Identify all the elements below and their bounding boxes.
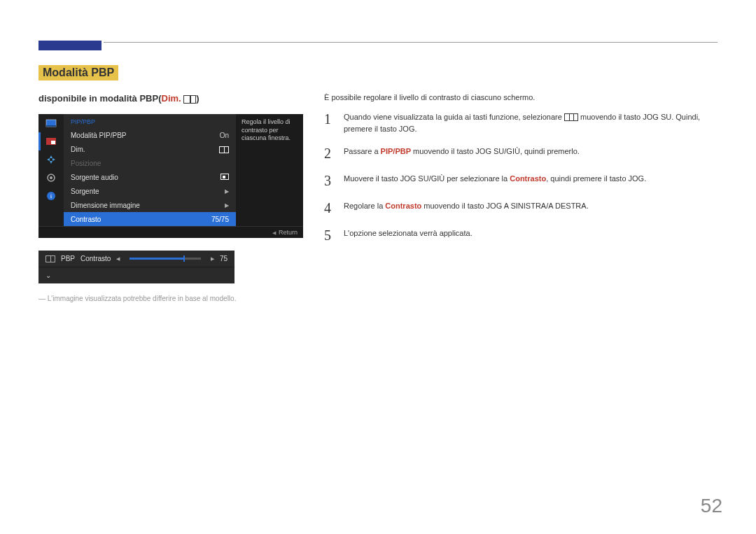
triangle-right-icon: ▶: [211, 256, 214, 262]
section-title: Modalità PBP: [38, 65, 118, 80]
osd-row-value: 75/75: [211, 216, 229, 223]
osd-row-label: Dim.: [71, 146, 85, 153]
osd-row-modalita: Modalità PIP/PBP On: [64, 128, 236, 142]
osd-row-value: On: [220, 132, 229, 139]
sidebar-picture-icon: [38, 114, 64, 132]
step-text-pre: Muovere il tasto JOG SU/GIÙ per selezion…: [344, 174, 510, 183]
chevron-right-icon: ▶: [225, 188, 229, 195]
osd-row-dim: Dim.: [64, 142, 236, 156]
slider-value: 75: [220, 255, 227, 262]
triangle-left-icon: ◀: [272, 230, 276, 235]
audio-value-icon: [220, 174, 229, 180]
header-accent-block: [38, 41, 102, 50]
osd-menu: i PIP/PBP Modalità PIP/PBP On Dim.: [38, 114, 303, 238]
osd-row-dimensione: Dimensione immagine ▶: [64, 198, 236, 212]
osd-row-label: Contrasto: [71, 216, 101, 223]
slider-mode: PBP: [61, 255, 75, 262]
footnote: ― L'immagine visualizzata potrebbe diffe…: [38, 295, 303, 302]
subtitle-prefix: disponibile in modalità PBP(: [38, 93, 162, 104]
subtitle-dim: Dim.: [162, 93, 181, 104]
osd-row-contrasto: Contrasto 75/75: [64, 212, 236, 226]
step-5: 5 L'opzione selezionata verrà applicata.: [324, 227, 718, 244]
step-number: 4: [324, 200, 334, 216]
return-label: Return: [279, 229, 298, 236]
step-text-post: , quindi premere il tasto JOG.: [546, 174, 646, 183]
sidebar-pip-icon: [38, 132, 64, 150]
slider-panel: PBP Contrasto ◀ ▶ 75 ⌄: [38, 251, 234, 283]
step-text-red: Contrasto: [385, 202, 421, 210]
pbp-value-icon: [219, 146, 229, 153]
step-text-red: PIP/PBP: [381, 147, 411, 155]
pbp-mini-icon: [46, 255, 55, 262]
pbp-icon: [183, 95, 196, 104]
osd-row-sorgente: Sorgente ▶: [64, 184, 236, 198]
sidebar-arrows-icon: [38, 150, 64, 169]
osd-description: Regola il livello di contrasto per ciasc…: [236, 114, 303, 226]
sidebar-gear-icon: [38, 169, 64, 187]
step-number: 1: [324, 111, 334, 127]
triangle-left-icon: ◀: [116, 256, 120, 262]
osd-row-label: Modalità PIP/PBP: [71, 132, 126, 139]
step-number: 2: [324, 146, 334, 162]
subtitle: disponibile in modalità PBP(Dim. ): [38, 93, 303, 104]
osd-row-posizione: Posizione: [64, 156, 236, 170]
header-divider: [104, 42, 718, 43]
footnote-text: L'immagine visualizzata potrebbe differi…: [48, 295, 237, 302]
step-1: 1 Quando viene visualizzata la guida ai …: [324, 111, 718, 134]
intro-text: È possibile regolare il livello di contr…: [324, 93, 718, 101]
osd-row-label: Dimensione immagine: [71, 202, 140, 209]
step-text-red: Contrasto: [510, 174, 546, 183]
step-text-pre: Passare a: [344, 147, 381, 155]
subtitle-suffix: ): [196, 93, 199, 104]
slider-knob: [183, 255, 185, 262]
sidebar-info-icon: i: [38, 187, 64, 205]
chevron-down-icon: ⌄: [46, 272, 51, 279]
osd-row-sorgente-audio: Sorgente audio: [64, 170, 236, 184]
osd-row-label: Sorgente: [71, 188, 99, 195]
svg-rect-3: [51, 141, 55, 144]
slider-bar: [130, 258, 201, 260]
osd-footer: ◀Return: [38, 226, 303, 238]
slider-label: Contrasto: [80, 255, 111, 262]
osd-row-label: Posizione: [71, 160, 101, 167]
svg-point-5: [50, 176, 52, 179]
step-text-post: muovendo il tasto JOG SU/GIÙ, quindi pre…: [411, 147, 580, 155]
osd-row-label: Sorgente audio: [71, 174, 118, 181]
step-text-pre: Regolare la: [344, 202, 385, 210]
page-number: 52: [701, 495, 722, 517]
osd-sidebar: i: [38, 114, 64, 226]
menu-button-icon: [564, 113, 578, 121]
svg-rect-1: [46, 125, 56, 127]
step-number: 5: [324, 227, 334, 244]
step-3: 3 Muovere il tasto JOG SU/GIÙ per selezi…: [324, 173, 718, 189]
chevron-right-icon: ▶: [225, 202, 229, 209]
osd-menu-title: PIP/PBP: [64, 117, 236, 128]
step-text-pre: Quando viene visualizzata la guida ai ta…: [344, 113, 564, 121]
step-text-pre: L'opzione selezionata verrà applicata.: [344, 229, 472, 237]
step-text-post: muovendo il tasto JOG A SINISTRA/A DESTR…: [421, 202, 588, 210]
slider-fill: [130, 258, 183, 260]
step-2: 2 Passare a PIP/PBP muovendo il tasto JO…: [324, 146, 718, 162]
step-number: 3: [324, 173, 334, 189]
step-4: 4 Regolare la Contrasto muovendo il tast…: [324, 200, 718, 216]
